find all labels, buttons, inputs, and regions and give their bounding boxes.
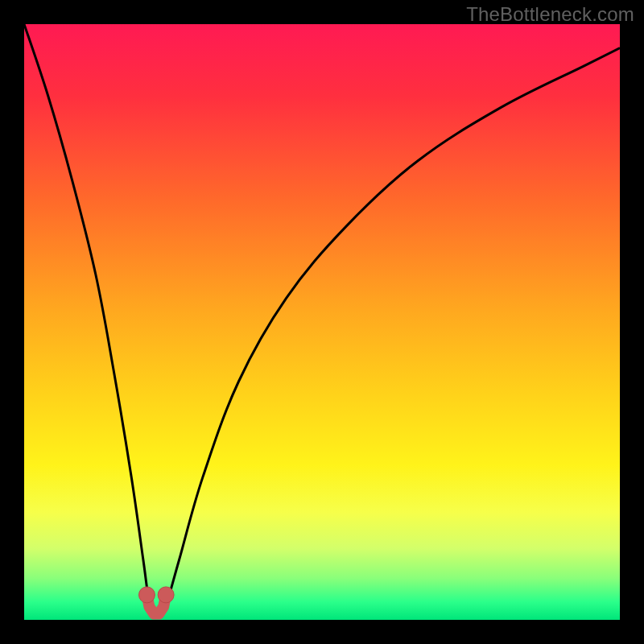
bottleneck-chart-svg <box>24 24 620 620</box>
plot-area <box>24 24 620 620</box>
gradient-background <box>24 24 620 620</box>
watermark-text: TheBottleneck.com <box>466 3 634 26</box>
highlight-point <box>138 587 155 603</box>
chart-frame: TheBottleneck.com <box>0 0 644 644</box>
highlight-point <box>158 587 174 603</box>
